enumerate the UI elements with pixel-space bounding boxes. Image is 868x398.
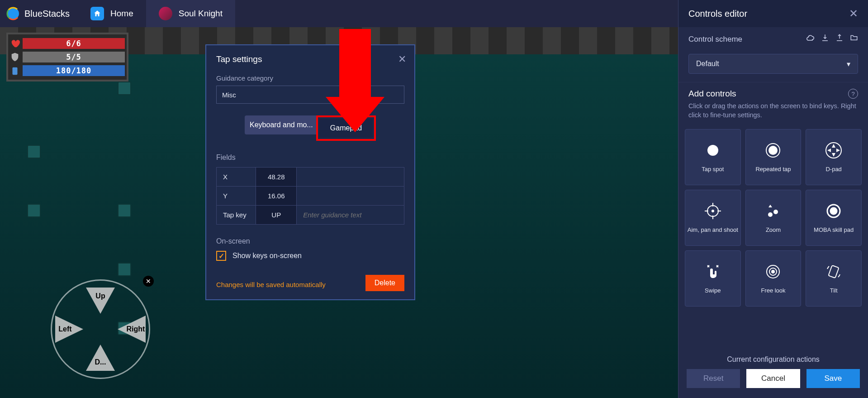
delete-button[interactable]: Delete <box>365 275 404 291</box>
floor-tile <box>118 82 131 95</box>
tile-label: MOBA skill pad <box>814 226 854 233</box>
export-icon[interactable] <box>835 34 844 45</box>
modal-close-icon[interactable]: ✕ <box>398 53 406 65</box>
cloud-icon[interactable] <box>806 34 815 45</box>
zoom-icon <box>764 202 782 220</box>
svg-rect-15 <box>339 29 371 97</box>
svg-point-37 <box>772 270 774 273</box>
tile-dpad[interactable]: D-pad <box>806 129 862 185</box>
tile-label: Aim, pan and shoot <box>688 226 738 233</box>
tile-swipe[interactable]: Swipe <box>685 250 741 307</box>
arrow-annotation <box>321 29 389 135</box>
tile-label: Zoom <box>766 226 781 233</box>
tile-label: Free look <box>761 287 785 294</box>
soul-knight-icon <box>159 7 172 20</box>
scheme-label: Control scheme <box>688 35 742 44</box>
svg-marker-21 <box>832 144 835 148</box>
floor-tile <box>118 263 131 276</box>
y-value[interactable]: 16.06 <box>256 187 297 206</box>
svg-point-18 <box>768 146 778 155</box>
show-keys-label: Show keys on-screen <box>232 252 302 260</box>
onscreen-label: On-screen <box>216 237 404 245</box>
mana-icon <box>10 66 20 76</box>
show-keys-checkbox[interactable]: ✓ <box>216 251 226 261</box>
crosshair-icon <box>704 202 722 220</box>
reset-button[interactable]: Reset <box>687 369 740 388</box>
floor-tile <box>118 204 131 217</box>
bluestacks-logo-icon <box>6 7 20 20</box>
add-controls-title: Add controls <box>688 89 736 99</box>
tile-label: Repeated tap <box>755 166 791 173</box>
tab-home-label: Home <box>110 9 133 19</box>
guidance-text-input[interactable] <box>303 211 398 219</box>
brand-text: BlueStacks <box>24 9 70 19</box>
fields-label: Fields <box>216 153 404 162</box>
svg-point-17 <box>707 145 718 156</box>
autosave-note: Changes will be saved automatically <box>216 281 326 288</box>
moba-icon <box>825 202 843 220</box>
help-icon[interactable]: ? <box>848 89 858 99</box>
show-keys-row[interactable]: ✓ Show keys on-screen <box>216 251 404 261</box>
save-button[interactable]: Save <box>806 369 860 388</box>
brand-area: BlueStacks <box>0 0 78 27</box>
tile-repeated-tap[interactable]: Repeated tap <box>745 129 802 185</box>
y-label: Y <box>217 187 256 206</box>
add-controls-subtitle: Click or drag the actions on the screen … <box>688 101 858 120</box>
mana-value: 180/180 <box>23 65 125 76</box>
tile-aim-pan-shoot[interactable]: Aim, pan and shoot <box>685 190 741 246</box>
svg-point-32 <box>773 210 778 214</box>
svg-marker-24 <box>836 149 840 152</box>
home-icon <box>90 7 104 20</box>
table-row: Tap key UP <box>217 206 404 225</box>
tapkey-label: Tap key <box>217 206 256 225</box>
folder-icon[interactable] <box>850 34 858 45</box>
shield-icon <box>10 52 20 62</box>
dpad-close-icon[interactable]: ✕ <box>143 276 154 287</box>
cancel-button[interactable]: Cancel <box>746 369 800 388</box>
controls-editor-panel: Controls editor ✕ Control scheme Default… <box>678 0 868 398</box>
svg-point-34 <box>830 208 837 214</box>
keyboard-mouse-tab[interactable]: Keyboard and mo... <box>245 115 318 134</box>
scheme-value: Default <box>696 60 719 68</box>
floor-tile <box>27 204 41 217</box>
tile-moba-skill[interactable]: MOBA skill pad <box>806 190 862 246</box>
table-row: X 48.28 <box>217 168 404 187</box>
scheme-select[interactable]: Default ▾ <box>688 54 858 74</box>
tile-label: Swipe <box>705 287 721 294</box>
tile-label: Tilt <box>830 287 838 294</box>
tile-label: D-pad <box>825 166 841 173</box>
armor-value: 5/5 <box>23 52 125 62</box>
tab-soul-knight[interactable]: Soul Knight <box>146 0 235 27</box>
table-row: Y 16.06 <box>217 187 404 206</box>
tile-tilt[interactable]: Tilt <box>806 250 862 307</box>
tapkey-value[interactable]: UP <box>256 206 297 225</box>
x-value[interactable]: 48.28 <box>256 168 297 187</box>
hp-value: 6/6 <box>23 38 125 49</box>
import-icon[interactable] <box>821 34 829 45</box>
config-actions-label: Current configuration actions <box>687 355 860 364</box>
svg-rect-38 <box>829 265 839 278</box>
panel-close-icon[interactable]: ✕ <box>849 7 858 20</box>
dpad-control[interactable]: Up D... Left Right ✕ <box>51 279 150 379</box>
svg-point-31 <box>768 212 773 217</box>
tile-label: Tap spot <box>702 166 724 173</box>
repeated-tap-icon <box>764 141 782 159</box>
svg-point-30 <box>712 210 714 212</box>
eye-icon <box>764 263 782 281</box>
tile-free-look[interactable]: Free look <box>745 250 802 307</box>
tilt-icon <box>825 263 843 281</box>
controls-grid: Tap spot Repeated tap D-pad Aim, pan and… <box>678 129 868 307</box>
tile-zoom[interactable]: Zoom <box>745 190 802 246</box>
floor-tile <box>27 145 41 158</box>
svg-marker-16 <box>326 97 384 132</box>
tab-game-label: Soul Knight <box>179 9 223 19</box>
chevron-down-icon: ▾ <box>847 60 850 68</box>
hud-stats: 6/6 5/5 180/180 <box>6 33 128 82</box>
tap-spot-icon <box>704 141 722 159</box>
fields-table: X 48.28 Y 16.06 Tap key UP <box>216 167 404 225</box>
panel-title: Controls editor <box>688 9 747 19</box>
tab-home[interactable]: Home <box>78 0 146 27</box>
tile-tap-spot[interactable]: Tap spot <box>685 129 741 185</box>
x-label: X <box>217 168 256 187</box>
swipe-icon <box>704 263 722 281</box>
